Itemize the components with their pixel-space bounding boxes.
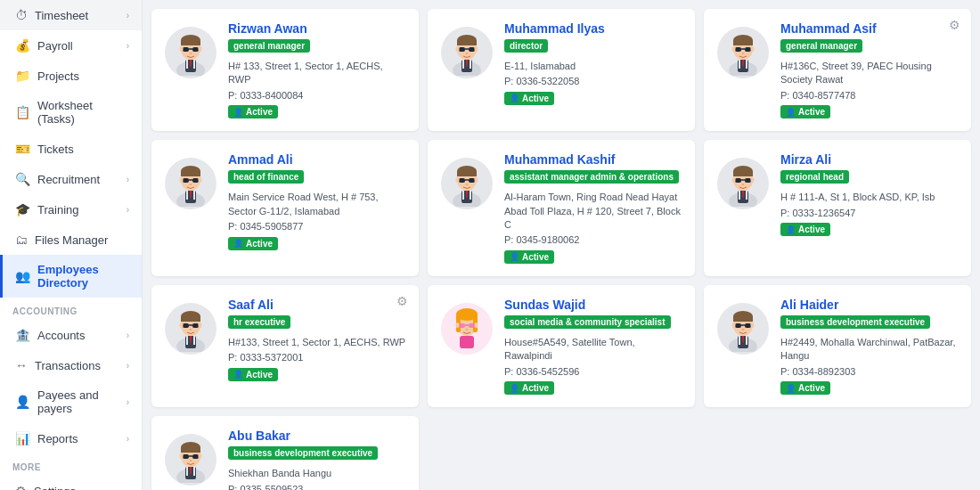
tickets-icon: 🎫 xyxy=(15,142,30,156)
avatar xyxy=(717,158,769,209)
status-badge: Active xyxy=(780,381,830,395)
svg-rect-22 xyxy=(469,47,475,52)
employee-card: Sundas Wajid social media & community sp… xyxy=(428,285,695,407)
avatar-wrap xyxy=(164,298,217,360)
employee-role: hr executive xyxy=(228,315,290,329)
sidebar-item-recruitment[interactable]: 🔍 Recruitment › xyxy=(0,164,142,194)
recruitment-icon: 🔍 xyxy=(15,172,30,186)
svg-rect-44 xyxy=(186,191,188,200)
svg-point-96 xyxy=(199,323,202,328)
sidebar-item-employees-directory[interactable]: 👥 Employees Directory xyxy=(0,255,142,298)
svg-rect-90 xyxy=(181,316,200,322)
sidebar-item-projects[interactable]: 📁 Projects xyxy=(0,61,142,91)
svg-point-80 xyxy=(742,184,745,185)
employee-name[interactable]: Mirza Ali xyxy=(780,152,959,167)
svg-rect-73 xyxy=(746,191,747,200)
employee-name[interactable]: Saaf Ali xyxy=(228,298,406,312)
sidebar-item-worksheet[interactable]: 📋 Worksheet (Tasks) xyxy=(0,91,142,134)
employee-role: regional head xyxy=(780,170,849,184)
employee-name[interactable]: Muhammad Ilyas xyxy=(504,21,682,36)
sidebar-item-settings[interactable]: ⚙ Settings xyxy=(0,476,142,490)
employee-phone: P: 0345-9180062 xyxy=(504,234,682,245)
svg-rect-34 xyxy=(733,40,753,45)
svg-rect-17 xyxy=(470,60,471,69)
employee-role: director xyxy=(504,39,548,53)
employee-address: E-11, Islamabad xyxy=(504,60,682,73)
svg-rect-8 xyxy=(192,47,199,52)
employee-card: Muhammad Asif general manager H#136C, St… xyxy=(704,9,971,131)
card-info: Sundas Wajid social media & community sp… xyxy=(504,298,682,395)
svg-rect-87 xyxy=(193,336,195,345)
more-section-label: MORE xyxy=(0,453,142,476)
chevron-icon: › xyxy=(127,11,129,20)
avatar-wrap xyxy=(716,152,770,215)
gear-button[interactable]: ⚙ xyxy=(393,292,412,310)
employee-phone: P: 0333-5372001 xyxy=(228,352,406,363)
svg-rect-2 xyxy=(186,60,188,69)
sidebar-label-training: Training xyxy=(37,203,127,216)
svg-rect-3 xyxy=(193,60,195,69)
chevron-icon: › xyxy=(127,175,129,184)
avatar-wrap xyxy=(716,21,770,84)
employee-name[interactable]: Muhammad Asif xyxy=(780,21,959,36)
svg-point-95 xyxy=(180,323,184,328)
svg-rect-62 xyxy=(457,171,477,176)
svg-point-52 xyxy=(190,184,192,185)
svg-point-81 xyxy=(732,177,736,183)
timesheet-icon: ⏱ xyxy=(15,8,28,22)
status-badge: Active xyxy=(504,250,554,264)
employee-role: general manager xyxy=(780,39,862,53)
avatar-wrap xyxy=(440,152,494,215)
employee-card: Muhammad Kashif assistant manager admin … xyxy=(428,140,695,276)
employee-name[interactable]: Abu Bakar xyxy=(228,429,406,443)
employee-name[interactable]: Rizwan Awan xyxy=(228,21,406,36)
card-info: Rizwan Awan general manager H# 133, Stre… xyxy=(228,21,406,118)
svg-rect-105 xyxy=(469,323,475,328)
employee-card: Saaf Ali hr executive H#133, Street 1, S… xyxy=(151,285,419,407)
svg-point-53 xyxy=(180,177,184,183)
card-info: Muhammad Ilyas director E-11, Islamabad … xyxy=(504,21,682,105)
svg-rect-31 xyxy=(746,60,747,69)
employee-address: H#2449, Mohalla Warchinwal, PatBazar, Ha… xyxy=(780,336,959,363)
employee-address: Shiekhan Banda Hangu xyxy=(228,467,406,480)
svg-point-10 xyxy=(190,53,192,54)
employee-role: business development executive xyxy=(228,446,378,460)
sidebar-item-payees[interactable]: 👤 Payees and payers › xyxy=(0,380,142,423)
svg-rect-6 xyxy=(181,40,200,45)
svg-rect-78 xyxy=(745,178,751,183)
sidebar-item-transactions[interactable]: ↔ Transactions › xyxy=(0,350,142,380)
employee-name[interactable]: Ali Haider xyxy=(780,298,959,312)
sidebar-item-payroll[interactable]: 💰 Payroll › xyxy=(0,30,142,61)
sidebar-item-timesheet[interactable]: ⏱ Timesheet › xyxy=(0,0,142,30)
employee-phone: P: 0336-5452596 xyxy=(504,366,682,377)
svg-rect-127 xyxy=(193,467,195,476)
employee-phone: P: 0334-8892303 xyxy=(780,366,959,377)
employee-card: Rizwan Awan general manager H# 133, Stre… xyxy=(151,9,419,131)
sidebar-item-reports[interactable]: 📊 Reports › xyxy=(0,423,142,453)
employee-name[interactable]: Sundas Wajid xyxy=(504,298,682,312)
status-badge: Active xyxy=(504,381,554,395)
sidebar-label-reports: Reports xyxy=(37,432,127,445)
employee-name[interactable]: Ammad Ali xyxy=(228,152,406,167)
sidebar-item-tickets[interactable]: 🎫 Tickets xyxy=(0,134,142,164)
employee-address: H#136C, Street 39, PAEC Housing Society … xyxy=(780,60,959,87)
status-badge: Active xyxy=(780,223,830,236)
svg-rect-59 xyxy=(470,191,471,200)
sidebar-item-files-manager[interactable]: 🗂 Files Manager xyxy=(0,225,142,255)
employee-address: H # 111-A, St 1, Block ASD, KP, Isb xyxy=(780,191,959,204)
sidebar-item-accounts[interactable]: 🏦 Accounts › xyxy=(0,320,142,350)
sidebar-item-training[interactable]: 🎓 Training › xyxy=(0,194,142,225)
status-badge: Active xyxy=(504,92,554,105)
avatar xyxy=(165,303,216,355)
svg-rect-20 xyxy=(457,40,477,45)
svg-rect-16 xyxy=(462,60,464,69)
employee-name[interactable]: Muhammad Kashif xyxy=(504,152,682,167)
employee-address: Al-Haram Town, Ring Road Nead Hayat Abad… xyxy=(504,191,682,232)
svg-point-66 xyxy=(466,184,469,185)
sidebar-label-tickets: Tickets xyxy=(37,143,129,156)
gear-button[interactable]: ⚙ xyxy=(945,16,964,34)
svg-rect-63 xyxy=(459,178,465,183)
svg-rect-50 xyxy=(192,178,199,183)
avatar-wrap xyxy=(164,152,217,215)
employees-grid: Rizwan Awan general manager H# 133, Stre… xyxy=(151,9,971,490)
